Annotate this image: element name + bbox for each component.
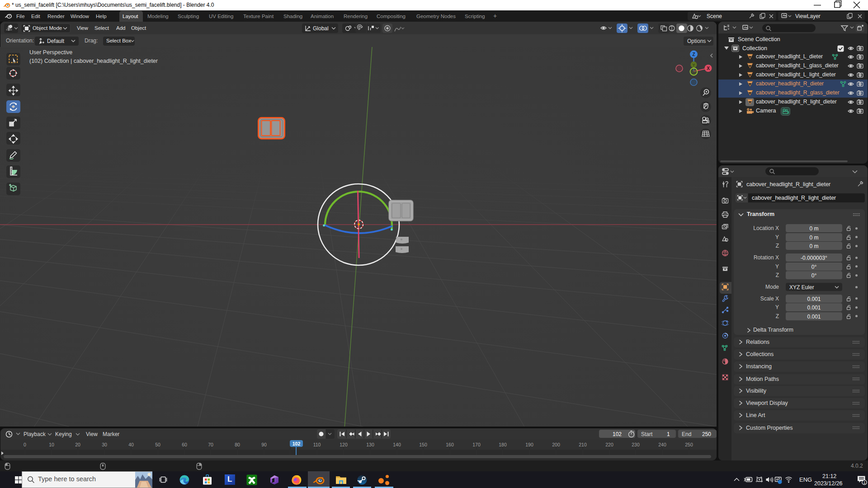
svg-text:50: 50 <box>155 442 160 447</box>
svg-text:40: 40 <box>128 442 134 447</box>
svg-text:20: 20 <box>75 442 80 447</box>
svg-text:220: 220 <box>605 442 613 447</box>
svg-text:1: 1 <box>863 480 866 485</box>
svg-text:10: 10 <box>49 442 54 447</box>
svg-text:180: 180 <box>499 442 507 447</box>
svg-text:170: 170 <box>472 442 481 447</box>
svg-text:200: 200 <box>552 442 560 447</box>
svg-text:70: 70 <box>208 442 213 447</box>
svg-text:110: 110 <box>313 442 321 447</box>
svg-text:30: 30 <box>102 442 107 447</box>
svg-text:Y: Y <box>692 63 695 67</box>
svg-text:102: 102 <box>292 441 301 446</box>
svg-text:0: 0 <box>24 442 26 447</box>
svg-text:140: 140 <box>393 442 401 447</box>
svg-text:150: 150 <box>419 442 427 447</box>
svg-text:120: 120 <box>340 442 348 447</box>
svg-text:250: 250 <box>685 442 693 447</box>
svg-text:240: 240 <box>658 442 666 447</box>
svg-text:X: X <box>707 66 710 71</box>
svg-text:130: 130 <box>366 442 374 447</box>
svg-text:Z: Z <box>692 52 695 57</box>
svg-text:160: 160 <box>446 442 454 447</box>
svg-text:230: 230 <box>632 442 640 447</box>
svg-text:210: 210 <box>579 442 587 447</box>
svg-text:80: 80 <box>235 442 240 447</box>
svg-text:90: 90 <box>261 442 267 447</box>
svg-text:60: 60 <box>182 442 187 447</box>
svg-text:190: 190 <box>525 442 533 447</box>
